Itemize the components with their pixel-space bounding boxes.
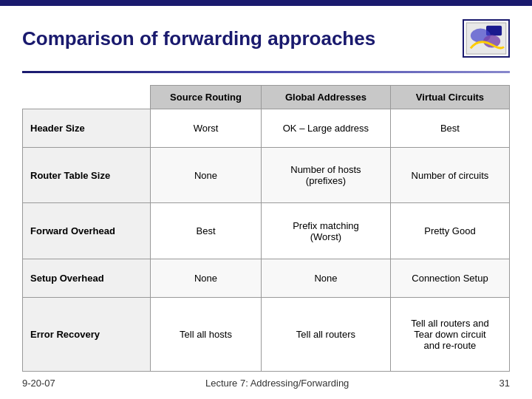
cell-setup-overhead-sr: None bbox=[151, 259, 262, 298]
logo-box bbox=[463, 19, 510, 58]
cell-router-table-sr: None bbox=[151, 147, 262, 203]
col-header-empty bbox=[23, 86, 151, 109]
cell-setup-overhead-vc: Connection Setup bbox=[390, 259, 509, 298]
footer-page: 31 bbox=[499, 378, 510, 389]
cell-router-table-vc: Number of circuits bbox=[390, 147, 509, 203]
col-header-virtual-circuits: Virtual Circuits bbox=[390, 86, 509, 109]
row-label-header-size: Header Size bbox=[23, 109, 151, 148]
header-bar bbox=[0, 0, 532, 6]
cell-error-recovery-sr: Tell all hosts bbox=[151, 297, 262, 371]
cell-error-recovery-vc: Tell all routers and Tear down circuit a… bbox=[390, 297, 509, 371]
cell-header-size-vc: Best bbox=[390, 109, 509, 148]
table-header-row: Source Routing Global Addresses Virtual … bbox=[23, 86, 510, 109]
footer-date: 9-20-07 bbox=[22, 378, 55, 389]
table-row: Header Size Worst OK – Large address Bes… bbox=[23, 109, 510, 148]
content-area: Comparison of forwarding approaches Sour… bbox=[0, 6, 532, 399]
row-label-setup-overhead: Setup Overhead bbox=[23, 259, 151, 298]
cell-forward-overhead-sr: Best bbox=[151, 203, 262, 259]
cell-setup-overhead-ga: None bbox=[261, 259, 390, 298]
table-row: Router Table Size None Number of hosts (… bbox=[23, 147, 510, 203]
table-row: Forward Overhead Best Prefix matching (W… bbox=[23, 203, 510, 259]
logo-icon bbox=[465, 21, 508, 55]
footer-lecture: Lecture 7: Addressing/Forwarding bbox=[55, 378, 499, 389]
table-row: Setup Overhead None None Connection Setu… bbox=[23, 259, 510, 298]
row-label-router-table-size: Router Table Size bbox=[23, 147, 151, 203]
cell-forward-overhead-ga: Prefix matching (Worst) bbox=[261, 203, 390, 259]
page-title: Comparison of forwarding approaches bbox=[22, 27, 463, 50]
page: Comparison of forwarding approaches Sour… bbox=[0, 0, 532, 399]
title-divider bbox=[22, 71, 510, 73]
cell-header-size-sr: Worst bbox=[151, 109, 262, 148]
cell-error-recovery-ga: Tell all routers bbox=[261, 297, 390, 371]
cell-header-size-ga: OK – Large address bbox=[261, 109, 390, 148]
col-header-source-routing: Source Routing bbox=[151, 86, 262, 109]
table-row: Error Recovery Tell all hosts Tell all r… bbox=[23, 297, 510, 371]
title-row: Comparison of forwarding approaches bbox=[22, 19, 510, 58]
footer: 9-20-07 Lecture 7: Addressing/Forwarding… bbox=[22, 372, 510, 392]
cell-forward-overhead-vc: Pretty Good bbox=[390, 203, 509, 259]
comparison-table: Source Routing Global Addresses Virtual … bbox=[22, 85, 510, 372]
row-label-forward-overhead: Forward Overhead bbox=[23, 203, 151, 259]
col-header-global-addresses: Global Addresses bbox=[261, 86, 390, 109]
row-label-error-recovery: Error Recovery bbox=[23, 297, 151, 371]
cell-router-table-ga: Number of hosts (prefixes) bbox=[261, 147, 390, 203]
